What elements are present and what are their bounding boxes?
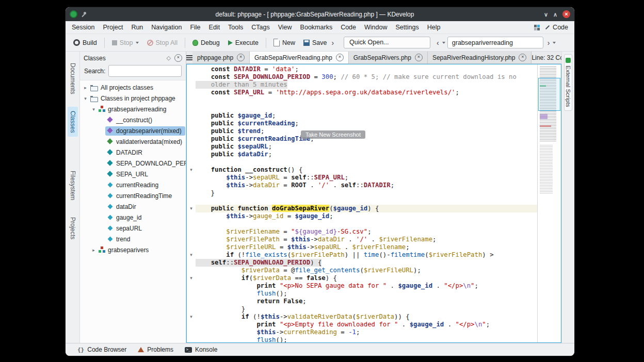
menu-settings[interactable]: Settings bbox=[392, 22, 423, 34]
minimap-texture bbox=[540, 145, 553, 194]
area-switcher-icon[interactable] bbox=[534, 25, 540, 30]
tree-item[interactable]: currentReadingTime bbox=[80, 190, 186, 201]
tree-item[interactable]: dataDir bbox=[80, 201, 186, 212]
menu-bookmarks[interactable]: Bookmarks bbox=[296, 22, 337, 34]
menu-tools[interactable]: Tools bbox=[224, 22, 247, 34]
code-text: public $currentReadingTime; bbox=[196, 135, 314, 143]
shade-down-icon[interactable]: ∨ bbox=[544, 11, 548, 18]
menu-file[interactable]: File bbox=[186, 22, 204, 34]
fold-gutter bbox=[187, 267, 196, 274]
menu-view[interactable]: View bbox=[274, 22, 296, 34]
pin-icon[interactable] bbox=[81, 11, 87, 18]
close-panel-icon[interactable]: × bbox=[174, 54, 182, 62]
tree-item[interactable]: ▾Classes in project phppage bbox=[80, 93, 186, 104]
menu-navigation[interactable]: Navigation bbox=[147, 22, 186, 34]
menu-help[interactable]: Help bbox=[423, 22, 445, 34]
editor-tab[interactable]: phppage.php× bbox=[192, 52, 250, 63]
tab-close-icon[interactable]: × bbox=[336, 54, 344, 61]
code-line: older than 5 minutes bbox=[187, 81, 537, 89]
prev-match-icon[interactable]: ‹ bbox=[434, 38, 441, 48]
menu-ctags[interactable]: CTags bbox=[247, 22, 273, 34]
stop-all-button[interactable]: Stop All bbox=[143, 37, 181, 48]
tree-item[interactable]: currentReading bbox=[80, 179, 186, 190]
quick-open-button[interactable]: Quick Open... bbox=[344, 37, 430, 48]
code-area-button[interactable]: Code bbox=[545, 24, 568, 31]
toolbar-search-input[interactable] bbox=[447, 37, 543, 48]
toolbar-separator bbox=[266, 38, 266, 48]
statusbar-konsole-button[interactable]: >_Konsole bbox=[179, 343, 223, 356]
search-options-icon[interactable] bbox=[442, 42, 445, 45]
tree-item[interactable]: DATADIR bbox=[80, 147, 186, 158]
tree-item[interactable]: sepaURL bbox=[80, 223, 186, 234]
method-purple-icon bbox=[107, 117, 114, 123]
code-text: $this->sepaURL = self::SEPA_URL; bbox=[196, 174, 348, 182]
classes-search-input[interactable] bbox=[108, 65, 182, 77]
shade-up-icon[interactable]: ∧ bbox=[553, 11, 557, 18]
new-button[interactable]: New bbox=[270, 37, 299, 48]
dock-tab-projects[interactable]: Projects bbox=[68, 213, 78, 243]
menu-run[interactable]: Run bbox=[127, 22, 147, 34]
dock-tab-external-scripts[interactable]: External Scripts bbox=[564, 54, 572, 111]
statusbar-code-browser-button[interactable]: {}Code Browser bbox=[72, 343, 132, 356]
expanded-expander-icon[interactable]: ▾ bbox=[90, 107, 97, 112]
dock-tab-filesystem[interactable]: Filesystem bbox=[68, 167, 78, 204]
fold-gutter bbox=[187, 112, 196, 120]
toolbar: Build Stop Stop All Debug Execute New Sa bbox=[66, 34, 574, 52]
titlebar[interactable]: default: phppage - [ phppage:GrabSepaRiv… bbox=[66, 7, 574, 21]
menu-session[interactable]: Session bbox=[68, 22, 99, 34]
fold-marker-icon[interactable]: ▾ bbox=[187, 274, 196, 282]
expanded-expander-icon[interactable]: ▾ bbox=[82, 96, 89, 101]
collapsed-expander-icon[interactable]: ▸ bbox=[90, 248, 97, 253]
fold-marker-icon[interactable]: ▾ bbox=[187, 313, 196, 321]
stop-dropdown-icon[interactable] bbox=[136, 42, 139, 45]
save-button[interactable]: Save › bbox=[300, 36, 340, 50]
fold-gutter bbox=[187, 197, 196, 205]
tab-close-icon[interactable]: × bbox=[415, 54, 423, 61]
save-more-icon[interactable]: › bbox=[329, 38, 336, 48]
code-line: const SEPA_DOWNLOAD_PERIOD = 300; // 60 … bbox=[187, 73, 537, 81]
tree-item[interactable]: ▸All projects classes bbox=[80, 82, 186, 93]
minimap[interactable] bbox=[537, 64, 561, 342]
tree-item[interactable]: ▸grabseparivers bbox=[80, 244, 186, 255]
minimap-viewport[interactable] bbox=[538, 78, 560, 111]
build-button[interactable]: Build bbox=[70, 37, 101, 48]
close-button[interactable]: × bbox=[562, 10, 570, 18]
search-history-icon[interactable] bbox=[553, 42, 556, 45]
right-dock: External Scripts bbox=[561, 52, 574, 343]
tree-item[interactable]: validateriverdata(mixed) bbox=[80, 136, 186, 147]
stop-button[interactable]: Stop bbox=[108, 37, 142, 48]
window-title: default: phppage - [ phppage:GrabSepaRiv… bbox=[106, 11, 524, 18]
tree-item[interactable]: SEPA_DOWNLOAD_PERIOD bbox=[80, 158, 186, 169]
debug-button[interactable]: Debug bbox=[189, 37, 223, 48]
tree-item[interactable]: SEPA_URL bbox=[80, 169, 186, 179]
menu-edit[interactable]: Edit bbox=[205, 22, 224, 34]
tab-close-icon[interactable]: × bbox=[519, 54, 526, 61]
document-list-button[interactable] bbox=[186, 52, 192, 63]
statusbar-problems-button[interactable]: Problems bbox=[132, 343, 179, 356]
collapsed-expander-icon[interactable]: ▸ bbox=[82, 85, 89, 90]
fold-marker-icon[interactable]: ▾ bbox=[187, 251, 196, 259]
dock-tab-documents[interactable]: Documents bbox=[68, 59, 78, 98]
menu-code[interactable]: Code bbox=[336, 22, 360, 34]
execute-button[interactable]: Execute bbox=[224, 37, 262, 48]
dock-tab-classes[interactable]: Classes bbox=[68, 107, 78, 137]
float-panel-icon[interactable]: ◇ bbox=[167, 55, 171, 61]
code-line: print "<p>Empty file downloaded for " . … bbox=[187, 321, 537, 328]
tree-item[interactable]: gauge_id bbox=[80, 212, 186, 223]
menu-window[interactable]: Window bbox=[360, 22, 391, 34]
code-text: public $sepaURL; bbox=[196, 143, 272, 151]
tree-item[interactable]: __construct() bbox=[80, 114, 186, 125]
code-area[interactable]: const DATADIR = 'data'; const SEPA_DOWNL… bbox=[187, 64, 537, 342]
tree-item[interactable]: trend bbox=[80, 234, 186, 244]
fold-marker-icon[interactable]: ▾ bbox=[187, 205, 196, 212]
editor-tab[interactable]: GrabSepaRivers.php× bbox=[349, 52, 428, 63]
tree-item[interactable]: dograbsepariver(mixed) bbox=[80, 125, 186, 136]
tree-item[interactable]: ▾grabsepariverreading bbox=[80, 104, 186, 114]
editor-tab[interactable]: GrabSepaRiverReading.php× bbox=[250, 52, 349, 63]
menubar-right: Code bbox=[534, 24, 572, 31]
editor-tab[interactable]: SepaRiverReadingHistory.php× bbox=[428, 52, 532, 63]
tab-close-icon[interactable]: × bbox=[237, 54, 245, 61]
next-match-icon[interactable]: › bbox=[545, 38, 552, 48]
fold-marker-icon[interactable]: ▾ bbox=[187, 166, 196, 174]
menu-project[interactable]: Project bbox=[99, 22, 127, 34]
